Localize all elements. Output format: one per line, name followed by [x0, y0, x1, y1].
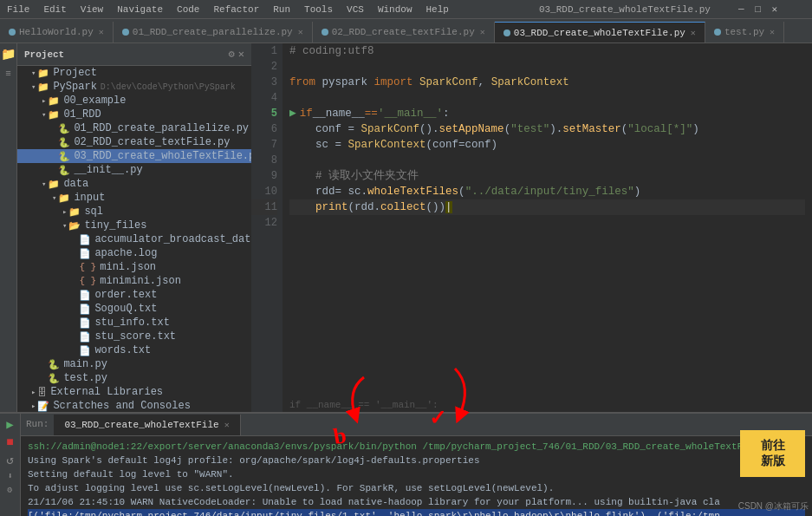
bottom-main-panel: Run: 03_RDD_create_wholeTextFile ✕ ssh:/…: [21, 414, 812, 516]
tree-mini-json[interactable]: ▸ { } mini.json: [17, 260, 251, 274]
tree-01-rdd[interactable]: ▾ 📁 01_RDD: [17, 108, 251, 121]
run-label: Run:: [21, 413, 54, 435]
line-numbers: 1 2 3 4 5 6 7 8 9 10 11 12: [251, 43, 283, 412]
tab-close-helloworld[interactable]: ✕: [99, 27, 104, 37]
menu-navigate[interactable]: Navigate: [117, 4, 163, 15]
tab-rdd-textfile[interactable]: 02_RDD_create_textFile.py ✕: [313, 22, 495, 42]
tree-apache-log[interactable]: ▸ 📄 apache.log: [17, 246, 251, 260]
tab-rdd-wholetextfile[interactable]: 03_RDD_create_wholeTextFile.py ✕: [495, 22, 705, 42]
code-line-9: # 读取小文件夹文件: [289, 168, 805, 184]
menu-edit[interactable]: Edit: [43, 4, 66, 15]
tree-project[interactable]: ▾ 📁 Project: [17, 66, 251, 80]
tree-tiny-files[interactable]: ▾ 📂 tiny_files: [17, 219, 251, 232]
code-line-11: print(rdd.collect())|: [289, 199, 805, 215]
rerun-icon[interactable]: ↺: [6, 453, 13, 467]
menu-code[interactable]: Code: [177, 4, 199, 15]
tree-stu-info[interactable]: ▸ 📄 stu_info.txt: [17, 316, 251, 330]
console-line-3: Setting default log level to "WARN".: [28, 467, 805, 481]
tree-order-text[interactable]: ▸ 📄 order.text: [17, 288, 251, 302]
tree-accumulator-txt[interactable]: ▸ 📄 accumulator_broadcast_data.txt: [17, 232, 251, 246]
tree-00-example[interactable]: ▸ 📁 00_example: [17, 94, 251, 108]
bottom-tab-bar: Run: 03_RDD_create_wholeTextFile ✕: [21, 414, 812, 436]
tab-close-parallelize[interactable]: ✕: [298, 27, 303, 37]
tree-minimini-json[interactable]: ▸ { } minimini.json: [17, 274, 251, 288]
menu-help[interactable]: Help: [426, 4, 449, 15]
code-line-1: # coding:utf8: [289, 43, 805, 59]
tree-textfile-py[interactable]: ▸ 🐍 02_RDD_create_textFile.py: [17, 135, 251, 149]
tree-sogouq-txt[interactable]: ▸ 📄 SogouQ.txt: [17, 302, 251, 316]
tree-pyspark[interactable]: ▾ 📁 PySpark D:\dev\Code\Python\PySpark: [17, 80, 251, 94]
bottom-panel: ▶ ■ ↺ ⬇ ⚙ Run: 03_RDD_create_wholeTextFi…: [0, 412, 812, 516]
tab-close-test[interactable]: ✕: [770, 27, 775, 37]
tree-scratches[interactable]: ▸ 📝 Scratches and Consoles: [17, 399, 251, 412]
sidebar-close-icon[interactable]: ✕: [238, 48, 244, 61]
code-editor[interactable]: # coding:utf8 from pyspark import SparkC…: [283, 43, 812, 412]
menu-run[interactable]: Run: [273, 4, 290, 15]
code-line-12: [289, 215, 805, 231]
menu-refactor[interactable]: Refactor: [213, 4, 259, 15]
console-output: ssh://admin@node1:22/export/server/anaco…: [21, 436, 812, 516]
code-line-3: from pyspark import SparkConf, SparkCont…: [289, 75, 805, 90]
run-icon[interactable]: ▶: [6, 417, 13, 432]
console-line-5: 21/11/06 21:45:10 WARN NativeCodeLoader:…: [28, 495, 805, 509]
menu-file[interactable]: File: [7, 4, 29, 15]
tab-close-textfile[interactable]: ✕: [480, 27, 485, 37]
console-line-1: ssh://admin@node1:22/export/server/anaco…: [28, 440, 805, 454]
tab-test[interactable]: test.py ✕: [705, 22, 784, 42]
tab-run-wholetextfile[interactable]: 03_RDD_create_wholeTextFile ✕: [54, 415, 240, 435]
menu-bar: File Edit View Navigate Code Refactor Ru…: [0, 0, 812, 19]
file-tree: ▾ 📁 Project ▾ 📁 PySpark D:\dev\Code\Pyth…: [17, 66, 251, 412]
code-line-5: ▶if __name__ == '__main__':: [289, 106, 805, 121]
code-line-6: conf = SparkConf().setAppName("test").se…: [289, 121, 805, 137]
menu-vcs[interactable]: VCS: [347, 4, 364, 15]
tree-external-libs[interactable]: ▸ 🗄 External Libraries: [17, 385, 251, 399]
minimize-btn[interactable]: ─: [738, 4, 744, 15]
settings-icon[interactable]: ⚙: [7, 485, 12, 495]
tree-input[interactable]: ▾ 📁 input: [17, 191, 251, 205]
code-line-8: [289, 153, 805, 168]
tree-data[interactable]: ▾ 📁 data: [17, 177, 251, 191]
editor-tab-bar: HelloWorld.py ✕ 01_RDD_create_paralleliz…: [0, 19, 812, 43]
code-line-7: sc = SparkContext(conf=conf): [289, 137, 805, 153]
sidebar-gear-icon[interactable]: ⚙: [229, 48, 235, 61]
console-line-4: To adjust logging level use sc.setLogLev…: [28, 481, 805, 495]
project-icon[interactable]: 📁: [1, 47, 16, 62]
code-line-4: [289, 90, 805, 106]
editor-panel: 1 2 3 4 5 6 7 8 9 10 11 12 # coding:utf8: [251, 43, 812, 412]
ghost-line: if __name__ == '__main__':: [283, 398, 812, 412]
project-panel: Project ⚙ ✕ ▾ 📁 Project ▾ 📁 PySpark: [17, 43, 251, 412]
structure-icon[interactable]: ≡: [5, 69, 11, 79]
tree-wholetextfile-py[interactable]: ▸ 🐍 03_RDD_create_wholeTextFile.py: [17, 149, 251, 163]
console-line-6: [('file:/tmp/pycharm_project_746/data/in…: [28, 509, 805, 516]
menu-view[interactable]: View: [81, 4, 103, 15]
close-btn[interactable]: ✕: [771, 4, 777, 15]
maximize-btn[interactable]: □: [755, 4, 761, 15]
project-panel-header: Project ⚙ ✕: [17, 43, 251, 66]
tree-sql[interactable]: ▸ 📁 sql: [17, 205, 251, 219]
menu-window[interactable]: Window: [378, 4, 412, 15]
project-label: Project: [24, 49, 64, 60]
tree-words-txt[interactable]: ▸ 📄 words.txt: [17, 343, 251, 357]
tab-close-wholetextfile[interactable]: ✕: [691, 28, 696, 38]
tab-helloworld[interactable]: HelloWorld.py ✕: [0, 22, 114, 42]
bottom-action-bar: ▶ ■ ↺ ⬇ ⚙: [0, 414, 21, 516]
tab-rdd-parallelize[interactable]: 01_RDD_create_parallelize.py ✕: [114, 22, 313, 42]
tree-init-py[interactable]: ▸ 🐍 __init__.py: [17, 163, 251, 177]
tree-main-py[interactable]: ▸ 🐍 main.py: [17, 357, 251, 371]
bottom-tab-close[interactable]: ✕: [224, 420, 230, 430]
scroll-end-icon[interactable]: ⬇: [7, 471, 12, 481]
menu-tools[interactable]: Tools: [304, 4, 333, 15]
code-line-10: rdd= sc.wholeTextFiles("../data/input/ti…: [289, 184, 805, 199]
window-title: 03_RDD_create_wholeTextFile.py: [539, 4, 711, 15]
tree-parallelize-py[interactable]: ▸ 🐍 01_RDD_create_parallelize.py: [17, 121, 251, 135]
code-line-2: [289, 59, 805, 75]
left-action-bar: 📁 ≡: [0, 43, 17, 412]
console-line-2: Using Spark's default log4j profile: org…: [28, 454, 805, 467]
stop-icon[interactable]: ■: [6, 435, 13, 449]
tree-test-py[interactable]: ▸ 🐍 test.py: [17, 371, 251, 385]
tree-stu-score[interactable]: ▸ 📄 stu_score.txt: [17, 330, 251, 343]
